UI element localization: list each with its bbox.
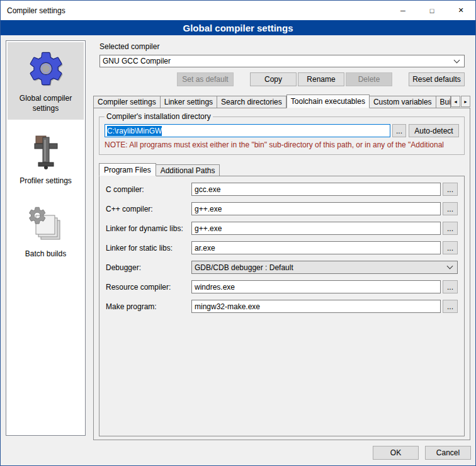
titlebar: Compiler settings ─ □ ✕ [1,1,475,20]
cpp-compiler-input[interactable] [191,202,441,215]
maximize-button[interactable]: □ [417,1,446,20]
tab-compiler-settings[interactable]: Compiler settings [93,96,161,108]
window-controls: ─ □ ✕ [388,1,475,20]
tab-custom-variables[interactable]: Custom variables [370,96,436,108]
window-title: Compiler settings [1,6,65,15]
settings-category-sidebar: Global compiler settings Profiler settin… [6,40,86,436]
dialog-header: Global compiler settings [1,20,475,35]
set-as-default-button: Set as default [177,72,234,86]
dialog-footer: OK Cancel [1,440,475,465]
reset-defaults-button[interactable]: Reset defaults [409,72,465,86]
toolchain-executables-panel: Compiler's installation directory C:\ray… [93,108,470,440]
compiler-settings-window: Compiler settings ─ □ ✕ Global compiler … [0,0,476,466]
tab-linker-settings[interactable]: Linker settings [161,96,217,108]
make-program-browse-button[interactable]: ... [443,300,458,313]
resource-compiler-browse-button[interactable]: ... [443,280,458,293]
dialog-body: Global compiler settings Profiler settin… [1,35,475,440]
program-files-panel: C compiler: ... C++ compiler: ... Linker… [99,176,465,436]
static-linker-input[interactable] [191,241,441,254]
blue-gear-icon [26,48,66,89]
tab-scroll-buttons: ◄ ► [451,96,470,108]
chevron-down-icon [451,60,462,62]
c-compiler-input[interactable] [191,183,441,196]
c-compiler-browse-button[interactable]: ... [443,183,458,196]
tab-toolchain-executables[interactable]: Toolchain executables [286,94,370,108]
debugger-row: Debugger: GDB/CDB debugger : Default [106,261,458,274]
installation-directory-input[interactable]: C:\raylib\MinGW [105,124,390,137]
static-linker-label: Linker for static libs: [106,244,191,253]
debugger-select[interactable]: GDB/CDB debugger : Default [191,261,458,274]
program-subtabbar: Program Files Additional Paths [99,162,465,176]
batch-builds-icon [26,204,66,244]
resource-compiler-label: Resource compiler: [106,283,191,292]
static-linker-browse-button[interactable]: ... [443,241,458,254]
installation-directory-row: C:\raylib\MinGW ... Auto-detect [105,124,459,137]
tab-search-directories[interactable]: Search directories [217,96,286,108]
c-compiler-label: C compiler: [106,185,191,194]
auto-detect-button[interactable]: Auto-detect [409,124,459,137]
chevron-down-icon [445,266,455,268]
sidebar-item-label: Batch builds [25,249,66,259]
installation-directory-title: Compiler's installation directory [105,112,213,121]
cpp-compiler-browse-button[interactable]: ... [443,202,458,215]
browse-installation-directory-button[interactable]: ... [392,124,406,137]
rename-button[interactable]: Rename [298,72,344,86]
dynamic-linker-row: Linker for dynamic libs: ... [106,222,458,235]
tab-scroll-right-icon[interactable]: ► [461,96,470,107]
debugger-select-value: GDB/CDB debugger : Default [195,263,293,272]
sidebar-item-label: Global compiler settings [9,94,82,113]
selected-compiler-label: Selected compiler [99,42,470,52]
make-program-row: Make program: ... [106,300,458,313]
installation-directory-groupbox: Compiler's installation directory C:\ray… [99,112,465,155]
minimize-button[interactable]: ─ [388,1,417,20]
sidebar-item-batch-builds[interactable]: Batch builds [8,198,84,266]
note-text: NOTE: All programs must exist either in … [105,140,459,149]
cpp-compiler-label: C++ compiler: [106,205,191,213]
ok-button[interactable]: OK [373,446,419,460]
sidebar-item-profiler-settings[interactable]: Profiler settings [8,125,84,193]
installation-directory-value: C:\raylib\MinGW [107,126,162,136]
make-program-input[interactable] [191,300,441,313]
resource-compiler-row: Resource compiler: ... [106,280,458,293]
debugger-label: Debugger: [106,263,191,272]
compiler-actions: Set as default Copy Rename Delete Reset … [99,72,465,86]
subtab-additional-paths[interactable]: Additional Paths [156,164,220,176]
c-compiler-row: C compiler: ... [106,183,458,196]
cpp-compiler-row: C++ compiler: ... [106,202,458,215]
compiler-combobox-value: GNU GCC Compiler [103,57,171,65]
close-button[interactable]: ✕ [446,1,475,20]
main-panel: Selected compiler GNU GCC Compiler Set a… [92,40,470,440]
delete-button: Delete [346,72,392,86]
tab-scroll-left-icon[interactable]: ◄ [451,96,460,107]
dynamic-linker-input[interactable] [191,222,441,235]
dynamic-linker-browse-button[interactable]: ... [443,222,458,235]
compiler-combobox[interactable]: GNU GCC Compiler [99,55,465,67]
copy-button[interactable]: Copy [250,72,297,86]
make-program-label: Make program: [106,302,191,311]
resource-compiler-input[interactable] [191,280,441,293]
profiler-icon [26,131,66,171]
static-linker-row: Linker for static libs: ... [106,241,458,254]
settings-tabbar: Compiler settings Linker settings Search… [93,94,470,108]
cancel-button[interactable]: Cancel [425,446,471,460]
subtab-program-files[interactable]: Program Files [99,163,156,176]
sidebar-item-label: Profiler settings [20,176,72,186]
dynamic-linker-label: Linker for dynamic libs: [106,224,191,233]
sidebar-item-global-compiler-settings[interactable]: Global compiler settings [8,42,84,120]
tab-build-options[interactable]: Builc [436,96,451,108]
